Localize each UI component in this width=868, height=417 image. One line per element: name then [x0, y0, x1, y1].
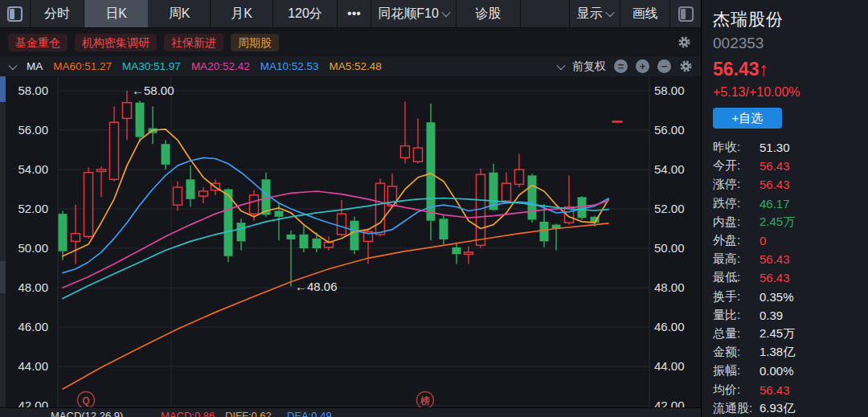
macd-strip-item: DEA:0.49: [287, 410, 332, 417]
candle-down: [237, 223, 246, 241]
tab-draw-line[interactable]: 画线: [620, 0, 670, 27]
stat-label: 涨停:: [713, 177, 755, 192]
collapsed-sidebar-segment: [0, 261, 6, 293]
price-annotation: ←58.00: [132, 84, 174, 97]
zoom-in-button[interactable]: +: [636, 59, 649, 73]
stat-value: 51.30: [760, 141, 790, 154]
price-annotation: ←48.06: [295, 280, 338, 293]
candle-down: [440, 219, 448, 239]
candle-down: [275, 211, 284, 216]
tab-minute[interactable]: 分时: [31, 0, 84, 27]
price-tick-left: 44.00: [10, 359, 48, 374]
tab-daily-k[interactable]: 日K: [84, 0, 149, 27]
adjust-mode-selector[interactable]: 前复权: [572, 59, 606, 74]
stock-price: 56.43↑: [713, 59, 860, 80]
tab-more[interactable]: •••: [338, 0, 371, 27]
chart-settings-gear-icon[interactable]: [679, 59, 693, 73]
tab-display[interactable]: 显示: [569, 0, 620, 27]
stat-label: 最高:: [713, 251, 755, 267]
stat-value: 0.39: [760, 309, 783, 322]
candle-up: [72, 234, 80, 242]
stat-row: 流通股:6.93亿: [713, 399, 860, 417]
stat-row: 换手:0.35%: [713, 288, 860, 306]
tag-social-security-new[interactable]: 社保新进: [164, 34, 223, 51]
stock-chart-app: 分时日K周K月K120分•••同花顺F10诊股显示画线 基金重仓机构密集调研社保…: [0, 0, 868, 417]
chevron-down-icon: [605, 8, 614, 17]
candlestick-chart-canvas[interactable]: ←58.00←48.06Q榜 58.0058.0056.0056.0054.00…: [0, 76, 701, 407]
tab-diagnose[interactable]: 诊股: [457, 0, 521, 27]
candle-flat-limit-up: [612, 121, 623, 123]
stat-label: 量比:: [713, 308, 755, 323]
stat-label: 换手:: [713, 289, 755, 305]
tab-monthly-k[interactable]: 月K: [211, 0, 273, 27]
stock-tags-row: 基金重仓机构密集调研社保新进周期股: [0, 28, 701, 56]
stat-label: 均价:: [713, 382, 755, 398]
stat-label: 昨收:: [713, 140, 755, 155]
chevron-down-icon: [556, 60, 565, 69]
tab-weekly-k[interactable]: 周K: [149, 0, 211, 27]
stat-row: 金额:1.38亿: [713, 343, 860, 362]
panel-toggle-icon: [7, 6, 23, 22]
add-watchlist-button[interactable]: +自选: [713, 108, 782, 129]
stat-label: 振幅:: [713, 363, 755, 378]
stat-value: 56.43: [760, 159, 790, 173]
macd-strip-item: MACD:0.86: [161, 410, 215, 417]
stat-row: 总量:2.45万: [713, 325, 860, 343]
stat-value: 0.35%: [760, 290, 794, 304]
chevron-down-icon: [441, 8, 450, 17]
stat-value: 56.43: [760, 271, 790, 284]
price-tick-left: 48.00: [10, 280, 48, 295]
macd-indicator-strip[interactable]: MACD(12,26,9)MACD:0.86DIFF:0.62DEA:0.49: [0, 407, 701, 417]
price-tick-right: 54.00: [654, 162, 696, 177]
stat-value: 2.45万: [760, 215, 795, 230]
price-tick-left: 46.00: [10, 320, 48, 334]
candle-up: [250, 195, 259, 214]
right-panel-toggle-button[interactable]: [670, 0, 701, 27]
zoom-out-button[interactable]: −: [657, 59, 671, 73]
ma-line-ma10: [63, 157, 608, 272]
stat-value: 2.45万: [760, 326, 795, 341]
price-tick-right: 48.00: [654, 280, 696, 295]
stat-row: 内盘:2.45万: [713, 213, 860, 231]
stat-label: 外盘:: [713, 233, 755, 248]
tab-label: 日K: [105, 6, 127, 22]
tag-cyclical-stock[interactable]: 周期股: [231, 34, 279, 51]
price-tick-right: 46.00: [654, 320, 696, 334]
tab-label: 120分: [288, 6, 322, 22]
candle-up: [174, 187, 182, 205]
tab-label: 诊股: [476, 6, 502, 22]
stat-value: 0: [760, 234, 766, 247]
tag-fund-heavy[interactable]: 基金重仓: [8, 34, 68, 51]
tab-label: 分时: [44, 6, 70, 22]
ma-value-ma5: MA5:52.48: [330, 60, 382, 72]
stock-code: 002353: [713, 35, 860, 52]
candle-down: [287, 235, 296, 239]
candle-up: [502, 183, 511, 201]
stat-label: 金额:: [713, 345, 755, 360]
candle-down: [59, 214, 68, 251]
candle-down: [528, 175, 537, 219]
quote-panel: 杰瑞股份 002353 56.43↑ +5.13/+10.00% +自选 昨收:…: [701, 0, 868, 417]
tab-label: 月K: [231, 6, 252, 22]
price-tick-left: 58.00: [10, 84, 48, 98]
stat-value: 0.00%: [760, 364, 794, 378]
reset-zoom-button[interactable]: =: [614, 59, 628, 73]
candle-down: [350, 221, 359, 251]
left-panel-toggle-button[interactable]: [0, 0, 31, 27]
tag-institution-survey[interactable]: 机构密集调研: [75, 34, 157, 51]
tags-settings-gear-icon[interactable]: [678, 35, 691, 49]
stat-value: 56.43: [760, 178, 790, 191]
stock-change: +5.13/+10.00%: [713, 85, 860, 100]
collapsed-sidebar-strip[interactable]: [0, 76, 6, 407]
macd-strip-item: DIFF:0.62: [225, 410, 272, 417]
stat-label: 流通股:: [713, 401, 755, 416]
quote-stats-list: 昨收:51.30今开:56.43涨停:56.43跌停:46.17内盘:2.45万…: [713, 138, 860, 417]
ma-value-ma10: MA10:52.53: [260, 60, 319, 72]
candle-up: [515, 170, 524, 184]
tab-min-120[interactable]: 120分: [273, 0, 338, 27]
top-toolbar: 分时日K周K月K120分•••同花顺F10诊股显示画线: [0, 0, 701, 28]
stat-row: 振幅:0.00%: [713, 362, 860, 380]
ma-group-label[interactable]: MA: [27, 60, 43, 72]
candle-down: [452, 247, 461, 255]
tab-ths-f10[interactable]: 同花顺F10: [371, 0, 457, 27]
